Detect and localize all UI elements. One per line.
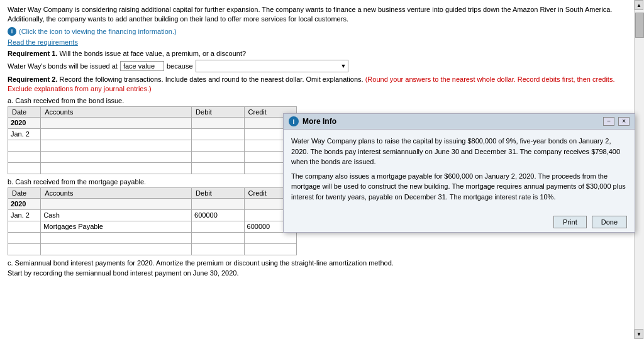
modal-para2: The company also issues a mortgage payab… bbox=[291, 171, 627, 203]
scroll-up-arrow[interactable]: ▲ bbox=[635, 0, 643, 10]
modal-titlebar: i More Info − × bbox=[284, 114, 635, 130]
modal-controls: − × bbox=[603, 117, 630, 126]
modal-print-button[interactable]: Print bbox=[553, 216, 587, 228]
accounts-input-b4[interactable] bbox=[43, 245, 189, 253]
col-accounts-b: Accounts bbox=[41, 187, 192, 198]
scrollbar[interactable]: ▲ ▼ bbox=[634, 0, 644, 339]
accounts-input-a1[interactable] bbox=[43, 130, 189, 138]
debit-input-b3[interactable] bbox=[194, 234, 241, 242]
modal-content: Water Way Company plans to raise the cap… bbox=[284, 130, 635, 212]
debit-input-b1[interactable] bbox=[194, 211, 241, 219]
modal-minimize-button[interactable]: − bbox=[603, 117, 614, 126]
scroll-down-arrow[interactable]: ▼ bbox=[635, 329, 643, 339]
req2-title: Requirement 2. bbox=[8, 75, 57, 83]
req1-title: Requirement 1. Will the bonds issue at f… bbox=[8, 50, 625, 57]
because-select-wrapper: the stated rate equals the market rate t… bbox=[196, 60, 348, 72]
req1-label: Will the bonds issue at face value, a pr… bbox=[60, 50, 247, 57]
requirements-link[interactable]: Read the requirements bbox=[8, 38, 625, 46]
col-debit-b: Debit bbox=[192, 187, 244, 198]
col-date-a: Date bbox=[8, 106, 41, 117]
credit-input-b3[interactable] bbox=[247, 234, 294, 242]
table-row-b3 bbox=[8, 232, 297, 243]
table-row-b1: Jan. 2 bbox=[8, 209, 297, 221]
modal-para1: Water Way Company plans to raise the cap… bbox=[291, 136, 627, 167]
journal-table-a: Date Accounts Debit Credit 2020 Jan. 2 bbox=[8, 106, 297, 174]
start-note: Start by recording the semiannual bond i… bbox=[8, 269, 625, 277]
debit-input-a4[interactable] bbox=[194, 164, 241, 172]
modal-info-icon: i bbox=[289, 116, 299, 126]
table-row-a2 bbox=[8, 140, 297, 151]
face-value-display: face value bbox=[120, 61, 164, 71]
modal-done-button[interactable]: Done bbox=[592, 216, 627, 228]
year-cell-a: 2020 bbox=[8, 117, 41, 128]
table-row-b2 bbox=[8, 221, 297, 232]
debit-input-a3[interactable] bbox=[194, 153, 241, 160]
col-date-b: Date bbox=[8, 187, 41, 198]
col-debit-a: Debit bbox=[192, 106, 244, 117]
debit-input-b2[interactable] bbox=[194, 223, 241, 230]
req2-label: Record the following transactions. Inclu… bbox=[60, 75, 364, 83]
modal-title-area: i More Info bbox=[289, 116, 336, 126]
accounts-input-a4[interactable] bbox=[43, 164, 189, 172]
table-row-b4 bbox=[8, 243, 297, 255]
table-row-a1: Jan. 2 bbox=[8, 128, 297, 140]
req2-header: Requirement 2. Record the following tran… bbox=[8, 75, 625, 94]
table-row-year-b: 2020 bbox=[8, 198, 297, 209]
section-a-label: a. Cash received from the bond issue. bbox=[8, 97, 625, 104]
col-accounts-a: Accounts bbox=[41, 106, 192, 117]
debit-input-b4[interactable] bbox=[194, 245, 241, 253]
info-line: i (Click the icon to viewing the financi… bbox=[8, 27, 625, 36]
debit-input-a1[interactable] bbox=[194, 130, 241, 138]
info-icon[interactable]: i bbox=[8, 27, 16, 36]
accounts-input-b2[interactable] bbox=[43, 223, 189, 230]
table-row-a4 bbox=[8, 162, 297, 174]
because-text: because bbox=[167, 62, 193, 70]
bonds-issued-text: Water Way's bonds will be issued at bbox=[8, 62, 118, 70]
debit-input-a2[interactable] bbox=[194, 142, 241, 149]
modal-footer: Print Done bbox=[284, 212, 635, 232]
scroll-thumb[interactable] bbox=[635, 13, 644, 38]
journal-table-b: Date Accounts Debit Credit 2020 Jan. 2 bbox=[8, 187, 297, 255]
modal-box: i More Info − × Water Way Company plans … bbox=[283, 113, 635, 233]
table-row-a3 bbox=[8, 151, 297, 162]
modal-close-button[interactable]: × bbox=[618, 117, 630, 126]
because-select[interactable]: the stated rate equals the market rate t… bbox=[196, 60, 348, 72]
accounts-input-a2[interactable] bbox=[43, 142, 189, 149]
year-cell-b: 2020 bbox=[8, 198, 41, 209]
table-row-year-a: 2020 bbox=[8, 117, 297, 128]
credit-input-b4[interactable] bbox=[247, 245, 294, 253]
accounts-input-b3[interactable] bbox=[43, 234, 189, 242]
section-c-label: c. Semiannual bond interest payments for… bbox=[8, 259, 625, 267]
date-a1: Jan. 2 bbox=[8, 128, 41, 140]
modal-title-text: More Info bbox=[303, 117, 336, 126]
req1-answer-line: Water Way's bonds will be issued at face… bbox=[8, 60, 625, 72]
intro-paragraph: Water Way Company is considering raising… bbox=[8, 5, 625, 25]
info-link-text[interactable]: (Click the icon to viewing the financing… bbox=[19, 28, 177, 35]
date-b1: Jan. 2 bbox=[8, 209, 41, 221]
accounts-input-b1[interactable] bbox=[43, 211, 189, 219]
accounts-input-a3[interactable] bbox=[43, 153, 189, 160]
